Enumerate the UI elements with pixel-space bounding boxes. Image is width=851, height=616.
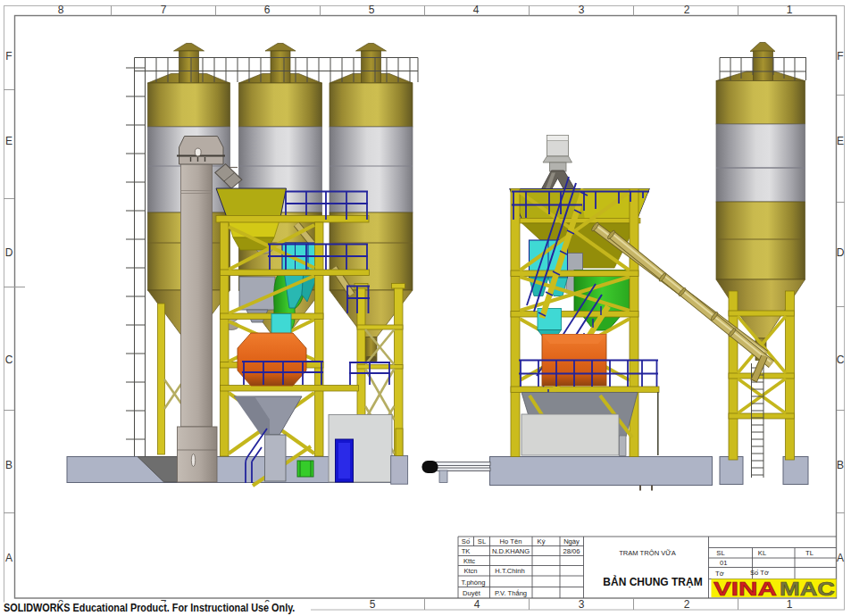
- svg-text:1: 1: [787, 598, 793, 611]
- svg-text:Số: Số: [462, 537, 471, 545]
- svg-text:4: 4: [474, 598, 480, 611]
- svg-text:4: 4: [473, 4, 480, 16]
- svg-text:BẢN CHUNG TRẠM: BẢN CHUNG TRẠM: [603, 575, 702, 588]
- svg-text:T.phòng: T.phòng: [461, 579, 485, 587]
- svg-text:P.V. Thắng: P.V. Thắng: [495, 589, 527, 597]
- svg-text:2: 2: [684, 598, 690, 611]
- svg-text:Ký: Ký: [538, 537, 546, 545]
- svg-text:Ktcn: Ktcn: [463, 567, 477, 575]
- svg-text:F: F: [5, 50, 12, 62]
- svg-text:Ngày: Ngày: [563, 537, 580, 545]
- svg-text:TRẠM TRỘN VỮA: TRẠM TRỘN VỮA: [619, 549, 677, 557]
- svg-text:C: C: [5, 354, 13, 366]
- svg-text:B: B: [5, 459, 13, 471]
- svg-text:Số Tờ: Số Tờ: [750, 569, 769, 577]
- svg-text:SOLIDWORKS Educational Product: SOLIDWORKS Educational Product. For Inst…: [4, 601, 295, 614]
- svg-text:6: 6: [264, 4, 271, 16]
- svg-text:Kttc: Kttc: [463, 557, 475, 565]
- svg-text:SL: SL: [716, 549, 724, 557]
- svg-text:A: A: [5, 552, 13, 564]
- svg-text:Họ Tên: Họ Tên: [500, 537, 522, 545]
- svg-text:VINA: VINA: [713, 578, 777, 600]
- svg-text:3: 3: [579, 598, 585, 611]
- svg-text:C: C: [837, 354, 845, 366]
- svg-text:F: F: [837, 50, 843, 62]
- svg-text:5: 5: [370, 598, 376, 611]
- svg-text:5: 5: [369, 4, 375, 16]
- svg-text:MAC: MAC: [780, 578, 835, 600]
- svg-text:A: A: [837, 552, 844, 564]
- svg-text:28/06: 28/06: [563, 547, 580, 555]
- svg-text:E: E: [5, 135, 13, 147]
- svg-text:TL: TL: [805, 549, 813, 557]
- svg-text:TK: TK: [462, 547, 471, 555]
- svg-text:2: 2: [684, 4, 690, 16]
- svg-text:Duyệt: Duyệt: [463, 589, 481, 597]
- svg-text:SL: SL: [478, 537, 486, 545]
- svg-text:D: D: [5, 246, 13, 259]
- svg-text:N.D.KHANG: N.D.KHANG: [492, 547, 530, 555]
- svg-text:D: D: [837, 246, 845, 259]
- svg-text:E: E: [837, 135, 844, 147]
- svg-text:8: 8: [58, 4, 64, 16]
- svg-text:7: 7: [161, 4, 167, 16]
- svg-text:H.T.Chinh: H.T.Chinh: [495, 567, 524, 575]
- svg-text:01: 01: [720, 559, 727, 567]
- svg-text:KL: KL: [758, 549, 766, 557]
- svg-text:1: 1: [787, 4, 793, 16]
- svg-text:3: 3: [579, 4, 585, 16]
- svg-text:B: B: [837, 459, 844, 471]
